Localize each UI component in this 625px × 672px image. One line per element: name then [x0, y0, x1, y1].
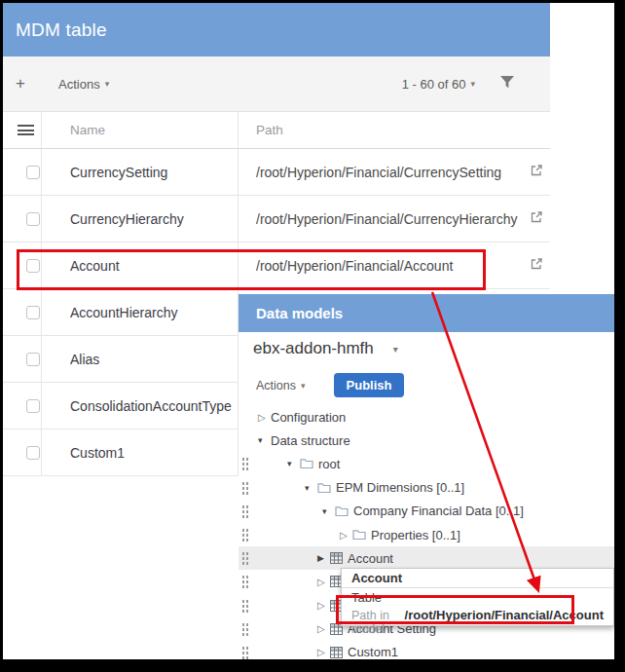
collapse-arrow-icon[interactable]: ▾ — [322, 506, 335, 516]
table-row[interactable]: Account/root/Hyperion/Financial/Account — [3, 243, 550, 289]
tree-item-label: EPM Dimensions [0..1] — [336, 480, 464, 495]
collapse-arrow-icon[interactable]: ▾ — [287, 459, 300, 468]
tree-item[interactable]: ▾Data structure — [239, 429, 614, 452]
row-name: CurrencySetting — [70, 165, 167, 180]
column-header-name[interactable]: Name — [42, 112, 239, 148]
screenshot-frame-top — [0, 0, 625, 3]
data-models-title: Data models — [239, 294, 614, 332]
collapse-arrow-icon[interactable]: ▾ — [258, 435, 271, 445]
row-checkbox[interactable] — [26, 399, 40, 413]
table-row[interactable]: CurrencySetting/root/Hyperion/Financial/… — [3, 149, 550, 196]
model-actions-row: Actions ▾ Publish — [256, 373, 404, 397]
drag-handle-icon[interactable] — [241, 575, 248, 589]
chevron-down-icon: ▾ — [105, 79, 110, 89]
actions-menu-button[interactable]: Actions ▾ — [58, 77, 109, 92]
drag-handle-icon[interactable] — [241, 457, 248, 471]
drag-handle-icon[interactable] — [241, 599, 248, 614]
row-select-cell — [3, 149, 42, 195]
tree-item-label: Data structure — [271, 433, 350, 448]
table-header-row: Name Path — [3, 112, 550, 149]
row-name: AccountHierarchy — [70, 305, 178, 320]
mdm-toolbar: + Actions ▾ 1 - 60 of 60 ▾ — [3, 56, 550, 112]
tooltip-path-value: /root/Hyperion/Financial/Account — [405, 608, 604, 622]
screenshot-frame-bottom — [0, 659, 625, 672]
screenshot-frame-left — [0, 0, 3, 672]
expand-arrow-icon[interactable]: ▶ — [317, 553, 330, 563]
chevron-down-icon: ▾ — [470, 79, 475, 89]
row-name: Alias — [70, 352, 99, 367]
tooltip-path-row: Path in model /root/Hyperion/Financial/A… — [342, 605, 613, 636]
expand-arrow-icon[interactable]: ▷ — [258, 412, 271, 423]
tree-item-label: root — [318, 457, 340, 471]
chevron-down-icon: ▾ — [393, 344, 398, 355]
table-row[interactable]: CurrencyHierarchy/root/Hyperion/Financia… — [3, 196, 550, 243]
tree-item[interactable]: ▾Company Financial Data [0..1] — [239, 500, 614, 523]
expand-arrow-icon[interactable]: ▷ — [317, 623, 330, 634]
external-link-icon — [530, 210, 543, 228]
selection-column-header[interactable] — [3, 112, 42, 148]
row-select-cell — [3, 196, 42, 242]
row-path: /root/Hyperion/Financial/CurrencyHierarc… — [256, 211, 517, 227]
tree-item[interactable]: ▷Properties [0..1] — [239, 523, 614, 546]
drag-handle-icon[interactable] — [241, 622, 248, 637]
tree-item-label: Properties [0..1] — [371, 528, 460, 542]
row-checkbox[interactable] — [26, 446, 40, 460]
tree-item[interactable]: ▷Configuration — [239, 405, 614, 429]
pagination-control[interactable]: 1 - 60 of 60 ▾ — [402, 77, 475, 92]
open-table-button[interactable] — [530, 257, 543, 275]
chevron-down-icon: ▾ — [301, 381, 306, 391]
pagination-label: 1 - 60 of 60 — [402, 77, 466, 92]
model-actions-label: Actions — [256, 379, 296, 392]
row-name-cell: Custom1 — [42, 429, 239, 475]
folder-icon — [317, 482, 331, 494]
expand-arrow-icon[interactable]: ▷ — [340, 530, 352, 541]
column-header-path[interactable]: Path — [239, 112, 550, 148]
tree-item[interactable]: ▶Account — [239, 546, 614, 570]
row-path: /root/Hyperion/Financial/CurrencySetting — [256, 165, 501, 180]
drag-handle-icon[interactable] — [241, 504, 248, 519]
row-path-cell: /root/Hyperion/Financial/CurrencyHierarc… — [239, 196, 550, 242]
publish-button[interactable]: Publish — [334, 373, 405, 397]
row-name: CurrencyHierarchy — [70, 211, 184, 227]
row-name-cell: ConsolidationAccountType — [42, 383, 239, 429]
row-path: /root/Hyperion/Financial/Account — [256, 258, 453, 274]
expand-arrow-icon[interactable]: ▷ — [317, 577, 330, 587]
tree-item-label: Configuration — [271, 410, 346, 425]
expand-arrow-icon[interactable]: ▷ — [317, 600, 330, 611]
tree-item-label: Custom1 — [348, 645, 398, 659]
filter-button[interactable] — [499, 75, 515, 93]
open-table-button[interactable] — [530, 164, 543, 181]
folder-icon — [352, 529, 366, 541]
model-selector[interactable]: ebx-addon-hmfh ▾ — [253, 339, 398, 358]
drag-handle-icon[interactable] — [241, 646, 248, 660]
external-link-icon — [530, 164, 543, 181]
row-name-cell: Account — [42, 243, 239, 288]
model-actions-menu-button[interactable]: Actions ▾ — [256, 379, 306, 392]
row-checkbox[interactable] — [26, 306, 40, 319]
row-name: Custom1 — [70, 445, 125, 461]
tooltip-object-type: Table — [342, 588, 613, 605]
row-checkbox[interactable] — [26, 212, 40, 226]
page-title: MDM table — [3, 3, 550, 56]
row-checkbox[interactable] — [26, 166, 40, 179]
row-path-cell: /root/Hyperion/Financial/CurrencySetting — [239, 149, 550, 195]
external-link-icon — [530, 257, 543, 275]
drag-handle-icon[interactable] — [241, 551, 248, 566]
drag-handle-icon[interactable] — [241, 528, 248, 542]
open-table-button[interactable] — [530, 210, 543, 228]
row-select-cell — [3, 336, 42, 382]
row-name: Account — [70, 258, 120, 274]
expand-arrow-icon[interactable]: ▷ — [317, 647, 330, 657]
collapse-arrow-icon[interactable]: ▾ — [305, 483, 317, 493]
drag-handle-icon[interactable] — [241, 481, 248, 496]
add-record-button[interactable]: + — [16, 74, 39, 93]
row-select-cell — [3, 383, 42, 429]
row-checkbox[interactable] — [26, 259, 40, 273]
tree-item[interactable]: ▾root — [239, 452, 614, 475]
row-checkbox[interactable] — [26, 353, 40, 366]
tree-item[interactable]: ▾EPM Dimensions [0..1] — [239, 476, 614, 500]
tree-item-label: Company Financial Data [0..1] — [353, 504, 524, 518]
row-select-cell — [3, 429, 42, 475]
row-path-cell: /root/Hyperion/Financial/Account — [239, 243, 550, 288]
row-name-cell: Alias — [42, 336, 239, 382]
